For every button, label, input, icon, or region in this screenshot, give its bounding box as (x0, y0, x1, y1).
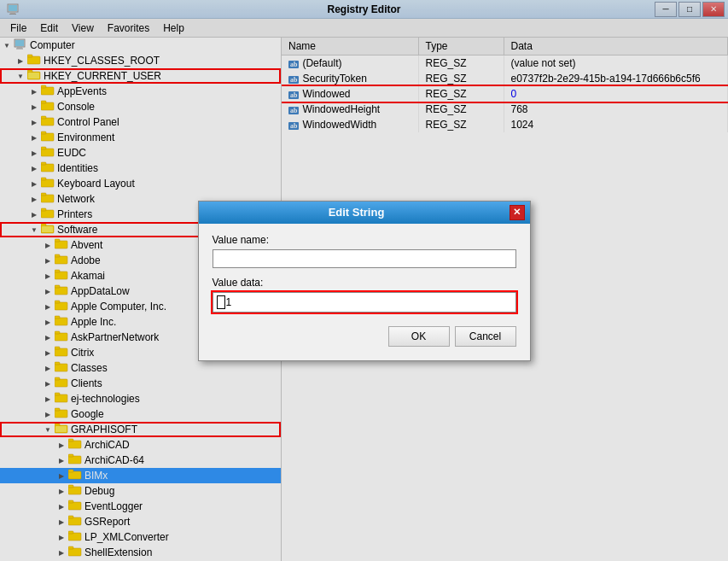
value-name-input[interactable] (213, 249, 516, 268)
value-data-label: Value data: (213, 277, 516, 289)
edit-string-dialog: Edit String ✕ Value name: Value data: 1 … (198, 201, 531, 361)
dialog-close-button[interactable]: ✕ (510, 205, 525, 220)
value-data-text: 1 (226, 296, 232, 308)
dialog-title: Edit String (204, 206, 510, 219)
modal-overlay: Edit String ✕ Value name: Value data: 1 … (0, 0, 728, 561)
value-data-wrapper: 1 (213, 292, 516, 313)
cancel-button[interactable]: Cancel (455, 326, 516, 347)
ok-button[interactable]: OK (388, 326, 450, 347)
value-name-label: Value name: (213, 234, 516, 246)
dialog-buttons: OK Cancel (213, 323, 516, 350)
dialog-body: Value name: Value data: 1 OK Cancel (199, 224, 530, 360)
dialog-title-bar: Edit String ✕ (199, 202, 530, 224)
cursor-box (217, 295, 225, 309)
